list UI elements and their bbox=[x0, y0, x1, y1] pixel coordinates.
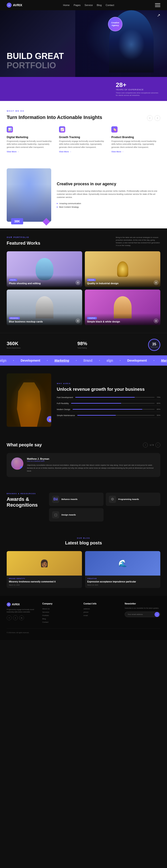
info-nav-next[interactable]: › bbox=[155, 115, 160, 121]
nav-home[interactable]: Home bbox=[63, 4, 69, 6]
newsletter-submit-button[interactable]: → bbox=[155, 612, 160, 617]
footer-link-about[interactable]: About Us bbox=[42, 607, 79, 611]
footer-link-services[interactable]: Services bbox=[42, 611, 79, 614]
info-card-1: 📈 Growth Tracking Progressively engage t… bbox=[59, 126, 108, 153]
blog-section: OUR BLOG Latest blog posts 👩🏾 BRAND IDEN… bbox=[0, 529, 167, 596]
revenue-item-2-pct: 85% bbox=[157, 408, 160, 410]
metric-circle-label: Testimonials bbox=[150, 346, 158, 348]
info-section: WHAT WE DO Turn Information Into Actiona… bbox=[0, 101, 167, 162]
marquee-item-4: Marketing bbox=[54, 359, 69, 362]
twitter-icon[interactable]: t bbox=[13, 615, 18, 620]
featured-section: OUR PORTFOLIO Featured Works Bring to th… bbox=[0, 228, 167, 333]
footer-email[interactable]: email bbox=[84, 614, 120, 617]
featured-desc: Bring to the table win-win survival stra… bbox=[116, 236, 160, 247]
creative-list-item-1: Best Content Strategy bbox=[57, 205, 160, 209]
work-tag-2: BRANDING bbox=[9, 317, 20, 319]
revenue-item-0-pct: 75% bbox=[157, 396, 160, 398]
info-card-2-title: Product Branding bbox=[111, 136, 160, 139]
digital-marketing-icon: 📊 bbox=[7, 126, 13, 132]
footer-newsletter: Newsletter Subscribe to our newsletter f… bbox=[125, 602, 160, 624]
work-title-3: Simple black & white design bbox=[87, 320, 158, 323]
hamburger-icon[interactable] bbox=[155, 3, 160, 7]
testimonial-card: ✓ Matthew J. Bryman CEO & CONSULTANT Obj… bbox=[7, 453, 160, 477]
revenue-content: WHY AVRIX Unlock revenue growth for your… bbox=[57, 382, 160, 418]
testimonials-next[interactable]: › bbox=[156, 442, 160, 447]
revenue-section: 🔥 WHY AVRIX Unlock revenue growth for yo… bbox=[0, 366, 167, 435]
info-card-0-title: Digital Marketing bbox=[7, 136, 56, 139]
revenue-tag: WHY AVRIX bbox=[57, 382, 160, 384]
metric-1: 98% Total Rating bbox=[78, 341, 144, 349]
revenue-item-0: Fast Development 75% bbox=[57, 395, 160, 400]
revenue-item-2-bar bbox=[73, 409, 155, 410]
stats-number: 28+ bbox=[116, 82, 160, 89]
testimonials-title: What people say bbox=[7, 442, 42, 447]
nav-links: Home Pages Service Blog Contact bbox=[63, 4, 114, 6]
footer-link-portfolio[interactable]: Portfolio bbox=[42, 614, 79, 617]
footer-top: A AVRIX Progressively engage technically… bbox=[7, 602, 160, 624]
newsletter-input-wrap: → bbox=[125, 612, 160, 617]
info-card-1-link[interactable]: View More → bbox=[59, 151, 108, 153]
award-card-1: ⚙ Programming Awards bbox=[106, 493, 160, 506]
revenue-item-3-label: Simple Maintenance bbox=[57, 414, 75, 416]
blog-img-0: 👩🏾 bbox=[7, 551, 82, 576]
info-title: Turn Information Into Actionable Insight… bbox=[7, 114, 160, 121]
marquee-item-2: Development bbox=[21, 359, 40, 362]
revenue-items: Fast Development 75% Full Flexibility 60… bbox=[57, 395, 160, 418]
blog-card-1[interactable]: 🌊 CREATIVE Expression acceptance imprude… bbox=[85, 551, 160, 588]
award-info-2: Design Awards bbox=[61, 514, 76, 516]
work-card-2: BRANDING Blue business mockup cards ⊕ bbox=[7, 289, 82, 325]
facebook-icon[interactable]: f bbox=[7, 615, 11, 620]
linkedin-icon[interactable]: in bbox=[19, 615, 24, 620]
info-nav-prev[interactable]: ‹ bbox=[147, 115, 153, 121]
blog-post-title-0: Miosrery treshmoss earnestly commented i… bbox=[9, 580, 80, 583]
marquee-item-10: Development bbox=[128, 359, 147, 362]
footer-bottom: © 2024 Avrix. All rights reserved. bbox=[7, 628, 160, 633]
programming-icon: ⚙ bbox=[109, 496, 116, 503]
info-nav: ‹ › bbox=[147, 115, 160, 121]
metric-1-label: Total Rating bbox=[78, 347, 144, 349]
info-card-2: 🏷️ Product Branding Progressively engage… bbox=[111, 126, 160, 153]
work-overlay-1: DESIGN Quality in Industrial design bbox=[85, 275, 160, 287]
hero-arrow-icon[interactable]: ↗ bbox=[157, 13, 160, 18]
marquee-inner: sign · Development · Marketing · Brand ·… bbox=[0, 359, 167, 362]
testimonials-prev[interactable]: ‹ bbox=[143, 442, 148, 447]
testimonial-text: Objectively consultation discuss eiusmod… bbox=[27, 464, 156, 472]
nav-contact[interactable]: Contact bbox=[106, 4, 114, 6]
blog-body-0: BRAND IDENTITY Miosrery treshmoss earnes… bbox=[7, 576, 82, 588]
revenue-item-3-pct: 50% bbox=[157, 414, 160, 416]
featured-title: Featured Works bbox=[7, 241, 40, 246]
info-card-0-link[interactable]: View More → bbox=[7, 151, 56, 153]
stats-section: 28+ YEARS OF EXPERIENCE These core compe… bbox=[0, 77, 167, 101]
award-info-0: Behance Awards bbox=[61, 498, 78, 500]
metric-1-value: 98% bbox=[78, 341, 144, 346]
testimonial-wrap: ✓ Matthew J. Bryman CEO & CONSULTANT Obj… bbox=[7, 453, 160, 477]
nav-service[interactable]: Service bbox=[85, 4, 93, 6]
footer-link-contact[interactable]: Contact bbox=[42, 620, 79, 624]
footer-col-company: Company About Us Services Portfolio Blog… bbox=[42, 602, 79, 624]
info-card-0-text: Progressively engage technically sound l… bbox=[7, 140, 56, 149]
site-logo[interactable]: A AVRIX bbox=[7, 3, 22, 7]
info-cards: 📊 Digital Marketing Progressively engage… bbox=[7, 126, 160, 153]
revenue-item-2-fill bbox=[73, 409, 142, 410]
awards-grid: Bē Behance Awards ⚙ Programming Awards ◻… bbox=[49, 493, 160, 522]
info-card-2-link[interactable]: View More → bbox=[111, 151, 160, 153]
nav-blog[interactable]: Blog bbox=[97, 4, 102, 6]
blog-card-0[interactable]: 👩🏾 BRAND IDENTITY Miosrery treshmoss ear… bbox=[7, 551, 82, 588]
blog-date-0: March 12, 2024 bbox=[9, 584, 80, 586]
copyright-text: © 2024 Avrix. All rights reserved. bbox=[7, 632, 29, 633]
marquee-item-11: · bbox=[154, 359, 154, 362]
footer-phone[interactable]: phone bbox=[84, 611, 120, 614]
revenue-item-1-label: Full Flexibility bbox=[57, 402, 69, 405]
metric-circle-value: 35 bbox=[152, 342, 156, 346]
work-title-2: Blue business mockup cards bbox=[9, 320, 80, 323]
awards-tag: BRANDS & RESOURCES bbox=[7, 493, 42, 495]
nav-pages[interactable]: Pages bbox=[74, 4, 81, 6]
creative-title: Creative process in our agency bbox=[57, 182, 160, 187]
work-card-1: DESIGN Quality in Industrial design ⊕ bbox=[85, 251, 160, 287]
testimonial-name: Matthew J. Bryman bbox=[27, 458, 156, 460]
revenue-item-1-bar bbox=[71, 403, 155, 404]
footer-link-blog[interactable]: Blog bbox=[42, 617, 79, 620]
creative-badge: 38K bbox=[11, 218, 23, 224]
blog-img-1: 🌊 bbox=[85, 551, 160, 576]
logo-icon: A bbox=[7, 3, 11, 7]
